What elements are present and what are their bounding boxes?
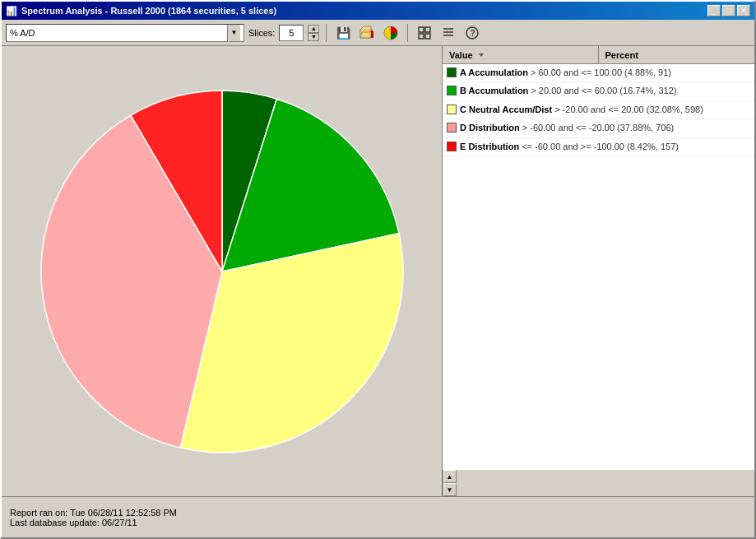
legend-items: A Accumulation > 60.00 and <= 100.00 (4.… [443,64,754,470]
window-icon: 📊 [6,6,17,16]
legend-col-value: Value [443,46,599,63]
chart-area [2,46,442,496]
slices-input[interactable] [279,25,304,41]
toolbar-separator-2 [407,24,408,42]
pie-color-button[interactable] [381,23,401,43]
report-ran-text: Report ran on: Tue 06/28/11 12:52:58 PM [10,508,746,518]
title-bar: 📊 Spectrum Analysis - Russell 2000 (1864… [2,2,754,20]
legend-color-e [447,142,457,151]
dropdown-arrow-icon[interactable]: ▼ [227,25,240,41]
spin-down-button[interactable]: ▼ [308,33,319,41]
minimize-button[interactable]: _ [707,5,721,16]
window-title: Spectrum Analysis - Russell 2000 (1864 s… [21,6,276,16]
svg-rect-7 [425,34,430,39]
legend-panel: Value Percent A Accumulation > 60.00 and… [442,46,754,496]
svg-rect-6 [419,34,424,39]
columns-icon [442,26,455,39]
legend-scrollbar[interactable]: ▲ ▼ [443,470,456,496]
legend-item-e[interactable]: E Distribution <= -60.00 and >= -100.00 … [443,138,754,156]
svg-text:?: ? [471,29,475,38]
dropdown-value: % A/D [10,28,35,38]
legend-color-a [447,67,457,77]
open-icon [359,26,374,40]
toolbar: % A/D ▼ Slices: ▲ ▼ 💾 [2,20,754,46]
open-button[interactable] [357,23,377,43]
sort-icon [477,51,485,59]
slices-spinner[interactable]: ▲ ▼ [308,25,319,41]
legend-item-b[interactable]: B Accumulation > 20.00 and <= 60.00 (16.… [443,82,754,100]
legend-color-c [447,105,457,114]
close-button[interactable]: ✕ [737,5,750,16]
main-content: Value Percent A Accumulation > 60.00 and… [2,46,754,496]
legend-text-a: A Accumulation > 60.00 and <= 100.00 (4.… [460,67,750,79]
svg-rect-4 [419,27,424,32]
spin-up-button[interactable]: ▲ [308,25,319,33]
help-icon: ? [466,26,479,39]
legend-header: Value Percent [443,46,754,64]
legend-text-b: B Accumulation > 20.00 and <= 60.00 (16.… [460,85,750,97]
legend-text-c: C Neutral Accum/Dist > -20.00 and <= 20.… [460,104,750,116]
legend-item-d[interactable]: D Distribution > -60.00 and <= -20.00 (3… [443,119,754,137]
main-window: 📊 Spectrum Analysis - Russell 2000 (1864… [0,0,756,539]
title-bar-text: 📊 Spectrum Analysis - Russell 2000 (1864… [6,6,276,16]
scroll-up-button[interactable]: ▲ [443,470,457,483]
footer: Report ran on: Tue 06/28/11 12:52:58 PM … [2,496,754,537]
help-button[interactable]: ? [462,23,482,43]
legend-col-percent: Percent [599,46,755,63]
toolbar-separator-1 [326,24,327,42]
legend-text-d: D Distribution > -60.00 and <= -20.00 (3… [460,122,750,134]
pie-chart [16,66,428,477]
columns-button[interactable] [438,23,458,43]
maximize-button[interactable]: □ [722,5,735,16]
legend-text-e: E Distribution <= -60.00 and >= -100.00 … [460,141,750,153]
title-buttons: _ □ ✕ [707,5,750,16]
indicator-dropdown[interactable]: % A/D ▼ [6,24,244,42]
grid-button[interactable] [415,23,434,43]
last-update-text: Last database update: 06/27/11 [10,518,746,527]
svg-rect-5 [425,27,430,32]
svg-rect-1 [371,31,373,38]
grid-icon [418,26,431,39]
pie-icon [383,26,398,40]
legend-item-c[interactable]: C Neutral Accum/Dist > -20.00 and <= 20.… [443,101,754,119]
legend-color-b [447,86,457,95]
slices-label: Slices: [248,28,275,38]
legend-item-a[interactable]: A Accumulation > 60.00 and <= 100.00 (4.… [443,64,754,82]
scroll-down-button[interactable]: ▼ [443,483,457,496]
save-button[interactable]: 💾 [333,23,353,43]
svg-marker-13 [479,53,484,57]
legend-color-d [447,123,457,132]
